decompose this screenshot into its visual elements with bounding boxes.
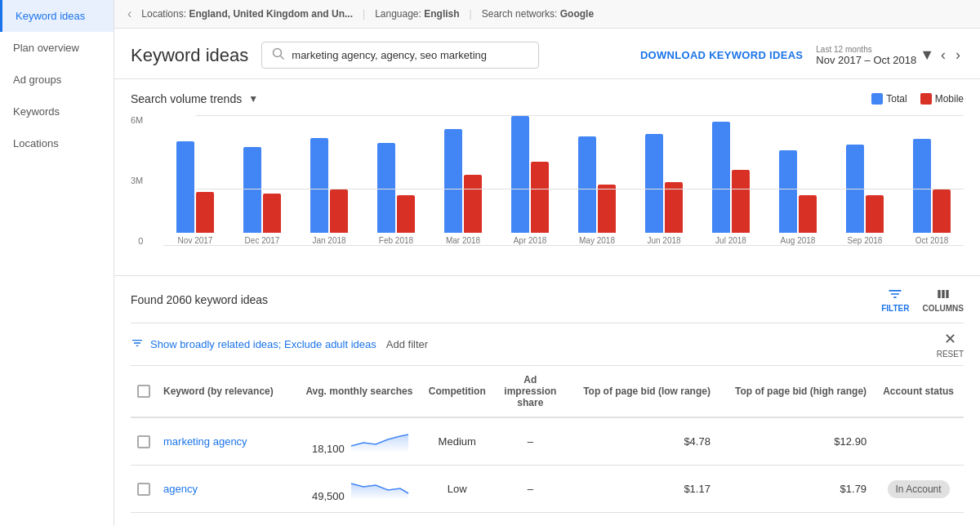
- bar-month-label: Dec 2017: [245, 236, 280, 245]
- sidebar-item-locations[interactable]: Locations: [0, 127, 114, 159]
- bar-mobile: [397, 195, 415, 234]
- filter-row: Show broadly related ideas; Exclude adul…: [131, 323, 964, 366]
- trend-chart: [347, 428, 412, 452]
- bar-month-label: Sep 2018: [848, 236, 883, 245]
- keyword-search-input[interactable]: [292, 49, 528, 61]
- keyword-cell: agency: [157, 466, 290, 513]
- topbar-back-arrow[interactable]: ‹: [127, 7, 131, 21]
- bar-pair: [444, 106, 482, 233]
- row-checkbox[interactable]: [137, 435, 150, 448]
- chart-y-labels: 6M 3M 0: [131, 115, 148, 246]
- bar-pair: [243, 106, 281, 233]
- select-all-header[interactable]: [131, 366, 157, 417]
- bar-group: Jan 2018: [297, 106, 361, 245]
- bar-group: Sep 2018: [833, 106, 897, 245]
- bar-mobile: [732, 170, 750, 234]
- bar-pair: [578, 106, 616, 233]
- chart-container: 6M 3M 0 Nov 2017Dec 2017Jan 2018Feb 2018…: [131, 115, 964, 262]
- content-area: Keyword ideas DOWNLOAD KEYWORD IDEAS Las…: [114, 29, 980, 526]
- topbar-locations: Locations: England, United Kingdom and U…: [141, 8, 353, 20]
- gridline-bottom: [196, 245, 964, 246]
- bar-pair: [310, 106, 348, 233]
- bar-pair: [176, 106, 214, 233]
- gridline-top: [196, 115, 964, 116]
- bar-total: [578, 136, 596, 233]
- table-row: marketing agency18,100 Medium–$4.78$12.9…: [131, 417, 964, 466]
- bar-month-label: Apr 2018: [514, 236, 547, 245]
- filter-button[interactable]: FILTER: [881, 286, 909, 313]
- found-count-text: Found 2060 keyword ideas: [131, 293, 875, 306]
- chart-dropdown-icon[interactable]: ▼: [248, 93, 258, 105]
- bar-month-label: Feb 2018: [379, 236, 413, 245]
- bar-pair: [511, 106, 549, 233]
- page-title: Keyword ideas: [131, 45, 248, 66]
- chart-title: Search volume trends: [131, 92, 242, 105]
- sidebar-item-ad-groups[interactable]: Ad groups: [0, 64, 114, 96]
- col-header-bid-high: Top of page bid (high range): [717, 366, 873, 417]
- reset-button[interactable]: ✕ RESET: [937, 330, 964, 359]
- date-next-icon[interactable]: ›: [952, 45, 964, 65]
- header-row: Keyword ideas DOWNLOAD KEYWORD IDEAS Las…: [114, 29, 980, 79]
- competition-cell: Medium: [419, 417, 495, 466]
- bar-mobile: [263, 194, 281, 233]
- bar-mobile: [330, 189, 348, 233]
- svg-point-0: [274, 49, 282, 57]
- legend-total-color: [871, 93, 883, 105]
- bar-group: Oct 2018: [900, 106, 964, 245]
- competition-cell: Low: [419, 466, 495, 513]
- bar-group: Jun 2018: [632, 106, 696, 245]
- avg-monthly-value: 49,500: [312, 490, 345, 502]
- columns-button[interactable]: COLUMNS: [922, 286, 964, 313]
- sidebar-item-keywords[interactable]: Keywords: [0, 96, 114, 127]
- select-all-checkbox[interactable]: [137, 385, 150, 398]
- filter-link[interactable]: Show broadly related ideas; Exclude adul…: [150, 338, 376, 350]
- col-header-competition: Competition: [419, 366, 495, 417]
- bar-pair: [645, 106, 683, 233]
- search-box: [261, 42, 539, 69]
- col-header-keyword: Keyword (by relevance): [157, 366, 290, 417]
- bar-group: Feb 2018: [364, 106, 428, 245]
- bar-total: [913, 139, 931, 233]
- bar-group: Nov 2017: [163, 106, 227, 245]
- chart-section: Search volume trends ▼ Total Mobile 6M: [114, 79, 980, 276]
- table-header-row: Keyword (by relevance) Avg. monthly sear…: [131, 366, 964, 417]
- bar-month-label: Jan 2018: [312, 236, 345, 245]
- bar-group: May 2018: [565, 106, 629, 245]
- avg-monthly-cell: 49,500: [290, 466, 420, 513]
- bar-pair: [846, 106, 884, 233]
- bar-total: [243, 147, 261, 233]
- bar-pair: [712, 106, 750, 233]
- legend-mobile: Mobile: [920, 93, 964, 105]
- sidebar: Keyword ideas Plan overview Ad groups Ke…: [0, 0, 114, 526]
- account-status-cell: [873, 513, 964, 527]
- account-status-cell: [873, 417, 964, 466]
- row-checkbox-cell[interactable]: [131, 417, 157, 466]
- date-prev-icon[interactable]: ‹: [938, 45, 949, 65]
- avg-monthly-value: 18,100: [312, 443, 345, 455]
- download-keyword-ideas-button[interactable]: DOWNLOAD KEYWORD IDEAS: [640, 49, 803, 61]
- svg-line-1: [281, 56, 284, 60]
- chart-bars-area: Nov 2017Dec 2017Jan 2018Feb 2018Mar 2018…: [163, 115, 964, 246]
- add-filter-link[interactable]: Add filter: [386, 338, 428, 350]
- bar-pair: [913, 106, 951, 233]
- date-range-dropdown-icon[interactable]: ▼: [920, 47, 934, 64]
- bar-total: [444, 129, 462, 233]
- bar-mobile: [464, 175, 482, 233]
- sidebar-item-plan-overview[interactable]: Plan overview: [0, 32, 114, 64]
- bar-group: Dec 2017: [230, 106, 294, 245]
- bar-month-label: May 2018: [579, 236, 615, 245]
- date-range-selector[interactable]: Last 12 months Nov 2017 – Oct 2018 ▼ ‹ ›: [816, 45, 964, 66]
- bar-mobile: [933, 189, 951, 233]
- sidebar-item-keyword-ideas[interactable]: Keyword ideas: [0, 0, 114, 32]
- keywords-tbody: marketing agency18,100 Medium–$4.78$12.9…: [131, 417, 964, 526]
- row-checkbox-cell[interactable]: [131, 466, 157, 513]
- topbar-networks: Search networks: Google: [482, 8, 594, 20]
- row-checkbox-cell[interactable]: [131, 513, 157, 527]
- found-row: Found 2060 keyword ideas FILTER COLUMNS: [131, 276, 964, 323]
- trend-chart: [347, 475, 412, 500]
- bar-month-label: Mar 2018: [446, 236, 480, 245]
- row-checkbox[interactable]: [137, 483, 150, 496]
- bar-mobile: [531, 162, 549, 233]
- bar-pair: [377, 106, 415, 233]
- avg-monthly-cell: 5,400: [290, 513, 420, 527]
